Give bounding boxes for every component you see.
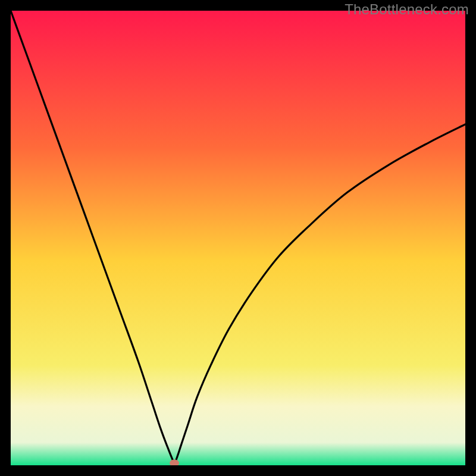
watermark-text: TheBottleneck.com [345, 1, 469, 18]
chart-frame [11, 11, 465, 465]
gradient-background [11, 11, 465, 465]
bottleneck-chart [11, 11, 465, 465]
